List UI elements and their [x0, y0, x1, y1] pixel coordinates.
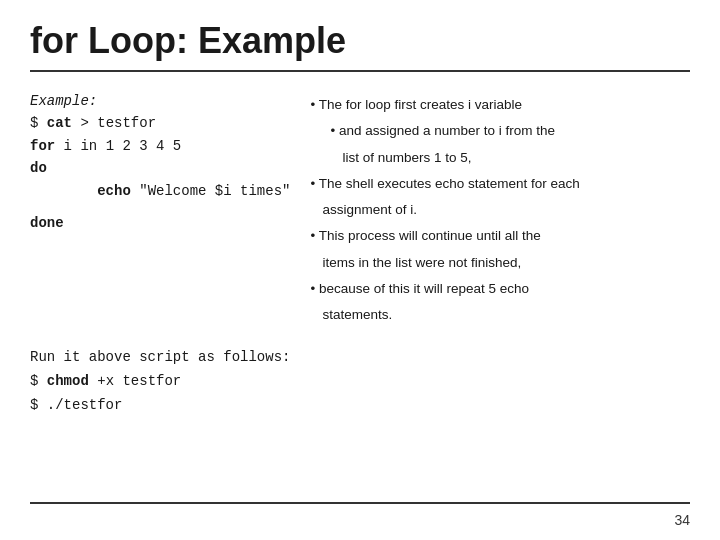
bottom-line-1: Run it above script as follows:: [30, 346, 690, 370]
bullet-1: • The for loop first creates i variable: [310, 94, 690, 116]
bullet-8: • because of this it will repeat 5 echo: [310, 278, 690, 300]
code-block-main: Example: $ cat > testfor for i in 1 2 3 …: [30, 90, 290, 330]
slide-title: for Loop: Example: [30, 20, 690, 72]
bottom-code-block: Run it above script as follows: $ chmod …: [30, 346, 690, 417]
code-line-3: do: [30, 157, 290, 179]
slide-container: for Loop: Example Example: $ cat > testf…: [0, 0, 720, 540]
bullet-2: • and assigned a number to i from the: [330, 120, 690, 142]
content-area: Example: $ cat > testfor for i in 1 2 3 …: [30, 90, 690, 330]
bottom-divider: [30, 502, 690, 504]
bottom-line-3: $ ./testfor: [30, 394, 690, 418]
bullet-9: statements.: [322, 304, 690, 326]
bullet-3: list of numbers 1 to 5,: [342, 147, 690, 169]
bottom-line-2: $ chmod +x testfor: [30, 370, 690, 394]
code-label: Example:: [30, 90, 290, 112]
code-line-2: for i in 1 2 3 4 5: [30, 135, 290, 157]
code-line-5: done: [30, 212, 290, 234]
page-number: 34: [674, 512, 690, 528]
bullet-5: assignment of i.: [322, 199, 690, 221]
bullet-points: • The for loop first creates i variable …: [310, 90, 690, 330]
code-line-4: echo "Welcome $i times": [30, 180, 290, 202]
code-line-1: $ cat > testfor: [30, 112, 290, 134]
bullet-7: items in the list were not finished,: [322, 252, 690, 274]
bullet-6: • This process will continue until all t…: [310, 225, 690, 247]
bullet-4: • The shell executes echo statement for …: [310, 173, 690, 195]
